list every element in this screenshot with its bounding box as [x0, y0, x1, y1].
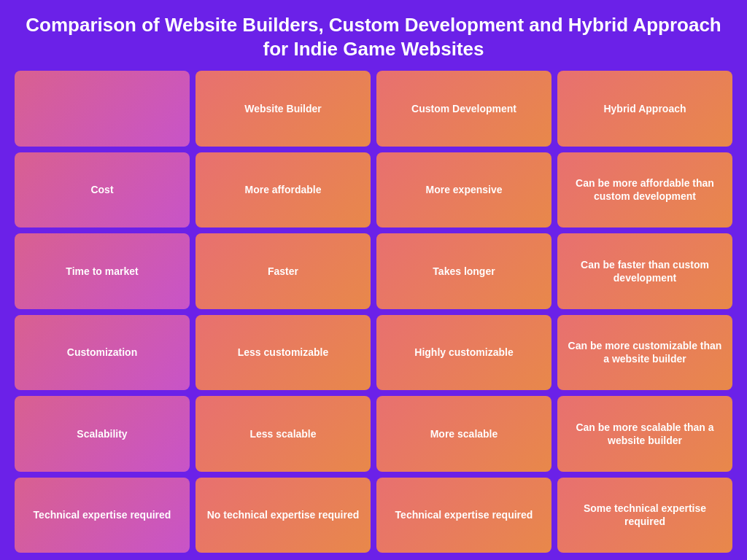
tech-hybrid: Some technical expertise required — [557, 478, 732, 553]
custom-builder: Less customizable — [196, 315, 371, 391]
header-hybrid-approach: Hybrid Approach — [557, 71, 732, 147]
cost-hybrid: Can be more affordable than custom devel… — [557, 152, 732, 228]
tech-builder: No technical expertise required — [196, 478, 371, 553]
label-cost: Cost — [15, 152, 190, 228]
comparison-table: Website Builder Custom Development Hybri… — [15, 71, 732, 553]
cost-custom: More expensive — [376, 152, 551, 228]
header-custom-development: Custom Development — [376, 71, 551, 147]
custom-custom: Highly customizable — [376, 315, 551, 391]
header-website-builder: Website Builder — [196, 71, 371, 147]
label-technical: Technical expertise required — [15, 478, 190, 553]
label-scalability: Scalability — [15, 396, 190, 472]
time-builder: Faster — [196, 233, 371, 309]
corner-cell — [15, 71, 190, 147]
title-area: Comparison of Website Builders, Custom D… — [15, 13, 732, 61]
time-hybrid: Can be faster than custom development — [557, 233, 732, 309]
cost-builder: More affordable — [196, 152, 371, 228]
page-title: Comparison of Website Builders, Custom D… — [15, 13, 732, 61]
scale-builder: Less scalable — [196, 396, 371, 472]
scale-custom: More scalable — [376, 396, 551, 472]
tech-custom: Technical expertise required — [376, 478, 551, 553]
scale-hybrid: Can be more scalable than a website buil… — [557, 396, 732, 472]
label-customization: Customization — [15, 315, 190, 391]
time-custom: Takes longer — [376, 233, 551, 309]
label-time: Time to market — [15, 233, 190, 309]
custom-hybrid: Can be more customizable than a website … — [557, 315, 732, 391]
